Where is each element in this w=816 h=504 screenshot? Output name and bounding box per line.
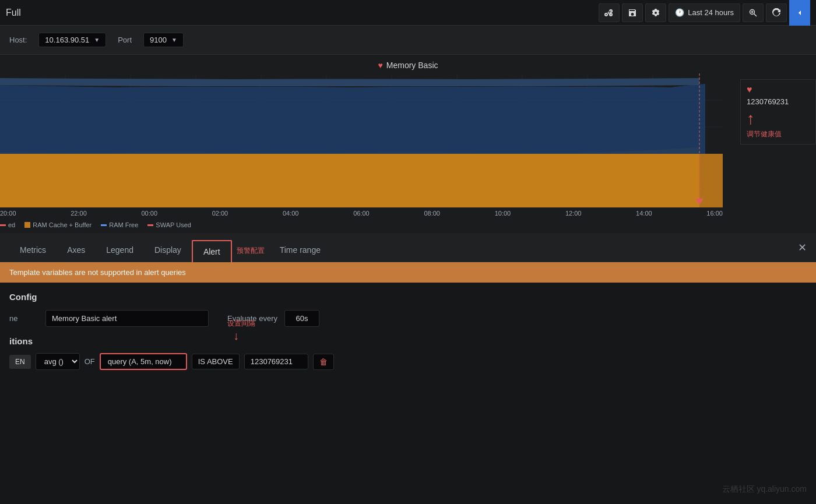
- chart-heart-icon: ♥: [378, 61, 383, 70]
- toolbar-right: 🕐 Last 24 hours: [599, 0, 810, 26]
- zoom-button[interactable]: [743, 3, 764, 22]
- tab-alert[interactable]: Alert: [192, 240, 232, 262]
- refresh-button[interactable]: [766, 3, 787, 22]
- evaluate-label: Evaluate every: [227, 314, 277, 323]
- svg-line-1: [754, 13, 757, 16]
- clock-icon: 🕐: [675, 8, 684, 17]
- share-button[interactable]: [599, 3, 620, 22]
- legend-free: RAM Free: [101, 221, 138, 228]
- time-range-button[interactable]: 🕐 Last 24 hours: [669, 3, 740, 22]
- host-label: Host:: [9, 36, 27, 44]
- chart-wrapper: ♥ 1230769231 ↑ 调节健康值: [0, 73, 816, 207]
- host-chevron-icon: ▼: [94, 37, 100, 43]
- condition-threshold-input[interactable]: [244, 354, 308, 369]
- port-value: 9100: [150, 36, 167, 44]
- conditions-title: itions: [9, 336, 807, 346]
- tab-metrics[interactable]: Metrics: [9, 239, 57, 262]
- chart-title-text: Memory Basic: [386, 61, 438, 70]
- chart-tooltip: ♥ 1230769231 ↑ 调节健康值: [740, 79, 816, 144]
- panel-close-button[interactable]: ✕: [798, 241, 807, 254]
- config-name-input[interactable]: [45, 310, 209, 327]
- config-name-label: ne: [9, 314, 38, 323]
- legend-swap: ed: [0, 221, 15, 228]
- page-title: Full: [6, 8, 21, 18]
- save-button[interactable]: [622, 3, 643, 22]
- chart-x-axis: 20:00 22:00 00:00 02:00 04:00 06:00 08:0…: [0, 207, 723, 219]
- chart-container: ♥ Memory Basic: [0, 55, 816, 233]
- tab-display[interactable]: Display: [144, 239, 192, 262]
- tab-legend[interactable]: Legend: [96, 239, 144, 262]
- conditions-row: EN avg () OF query (A, 5m, now) IS ABOVE…: [0, 353, 816, 370]
- condition-of-label: OF: [85, 357, 95, 366]
- condition-when-tag: EN: [9, 355, 31, 369]
- tab-alert-badge: 预警配置: [232, 240, 269, 262]
- port-chevron-icon: ▼: [171, 37, 177, 43]
- config-title: Config: [9, 292, 807, 302]
- tooltip-label: 调节健康值: [747, 129, 810, 139]
- tooltip-value: 1230769231: [747, 97, 810, 106]
- watermark: 云栖社区 yq.aliyun.com: [722, 484, 807, 495]
- legend-swap-used: SWAP Used: [147, 221, 191, 228]
- config-section: Config ne Evaluate every: [0, 283, 816, 327]
- legend-cache: RAM Cache + Buffer: [24, 221, 92, 228]
- conditions-wrapper: itions 设置间隔 ↓ EN avg () OF query (A, 5m,…: [0, 336, 816, 370]
- chart-svg[interactable]: [0, 73, 723, 207]
- condition-query-input[interactable]: query (A, 5m, now): [100, 353, 187, 370]
- alert-banner: Template variables are not supported in …: [0, 262, 816, 283]
- tooltip-heart-icon: ♥: [747, 84, 810, 95]
- host-bar: Host: 10.163.90.51 ▼ Port 9100 ▼: [0, 26, 816, 55]
- condition-delete-button[interactable]: 🗑: [313, 354, 334, 370]
- tab-axes[interactable]: Axes: [57, 239, 96, 262]
- chart-legend: ed RAM Cache + Buffer RAM Free SWAP Used: [0, 219, 816, 233]
- tab-time-range[interactable]: Time range: [269, 239, 331, 262]
- back-button[interactable]: [789, 0, 810, 26]
- tabs-bar: Metrics Axes Legend Display Alert 预警配置 T…: [0, 233, 816, 262]
- top-toolbar: Full 🕐 Last 24 hours: [0, 0, 816, 26]
- settings-button[interactable]: [645, 3, 666, 22]
- config-row-name: ne Evaluate every: [9, 310, 807, 327]
- chart-title: ♥ Memory Basic: [0, 61, 816, 70]
- time-range-label: Last 24 hours: [688, 8, 734, 17]
- host-select[interactable]: 10.163.90.51 ▼: [38, 33, 106, 47]
- port-label: Port: [118, 36, 132, 44]
- port-select[interactable]: 9100 ▼: [143, 33, 184, 47]
- host-value: 10.163.90.51: [45, 36, 89, 44]
- tooltip-arrow-icon: ↑: [747, 111, 810, 127]
- condition-above-label: IS ABOVE: [192, 354, 240, 369]
- evaluate-input[interactable]: [284, 310, 319, 327]
- condition-func-select[interactable]: avg (): [36, 353, 80, 370]
